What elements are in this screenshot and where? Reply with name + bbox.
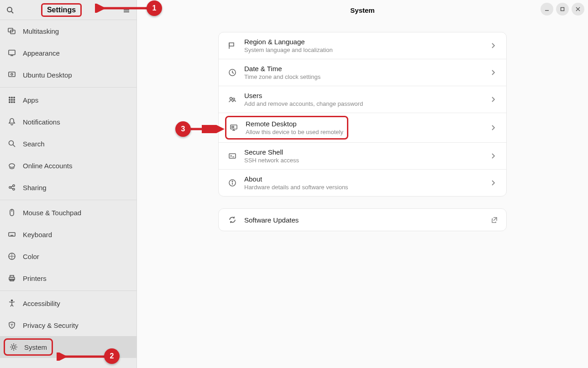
sidebar-item-printers[interactable]: Printers: [0, 267, 136, 289]
maximize-button[interactable]: [556, 3, 569, 16]
sidebar-item-accessibility[interactable]: Accessibility: [0, 292, 136, 314]
svg-line-26: [11, 188, 13, 189]
svg-point-49: [233, 98, 235, 100]
annotation-arrow-1: [95, 4, 150, 13]
sidebar-item-label: System: [24, 343, 47, 351]
appearance-icon: [7, 48, 16, 57]
sidebar-item-sharing[interactable]: Sharing: [0, 176, 136, 198]
sidebar-item-search[interactable]: Search: [0, 133, 136, 155]
printers-icon: [7, 274, 16, 283]
row-title: Region & Language: [244, 38, 484, 46]
sidebar-item-label: Notifications: [23, 118, 60, 126]
sidebar-item-multitasking[interactable]: Multitasking: [0, 20, 136, 42]
svg-point-20: [9, 141, 14, 145]
online-accounts-icon: [7, 161, 16, 170]
sidebar-item-privacy-security[interactable]: Privacy & Security: [0, 314, 136, 336]
svg-point-18: [11, 102, 13, 103]
sidebar-item-notifications[interactable]: Notifications: [0, 111, 136, 133]
svg-rect-42: [561, 8, 564, 11]
svg-rect-45: [229, 43, 234, 46]
sidebar-title: Settings: [41, 3, 82, 17]
svg-point-19: [14, 102, 15, 103]
row-subtitle: Add and remove accounts, change password: [244, 100, 484, 107]
sidebar-item-label: Sharing: [23, 184, 47, 192]
accessibility-icon: [7, 299, 16, 308]
privacy-icon: [7, 321, 16, 330]
chevron-right-icon: [491, 153, 498, 159]
search-icon: [7, 139, 16, 148]
sidebar-item-mouse-touchpad[interactable]: Mouse & Touchpad: [0, 202, 136, 223]
region-icon: [227, 40, 238, 51]
updates-icon: [227, 214, 238, 225]
row-title: Remote Desktop: [246, 120, 343, 128]
svg-point-14: [9, 99, 10, 101]
notifications-icon: [7, 117, 16, 126]
sidebar-item-label: Ubuntu Desktop: [23, 71, 72, 79]
sidebar-item-apps[interactable]: Apps: [0, 89, 136, 111]
annotation-badge-2: 2: [104, 348, 120, 364]
minimize-icon: [545, 7, 549, 11]
svg-rect-9: [9, 72, 15, 77]
sidebar-item-label: Color: [23, 253, 39, 260]
svg-rect-51: [232, 126, 234, 128]
svg-point-38: [11, 300, 13, 301]
svg-point-23: [13, 185, 15, 187]
sidebar-item-keyboard[interactable]: Keyboard: [0, 223, 136, 245]
svg-point-16: [14, 99, 15, 101]
sharing-icon: [7, 183, 16, 192]
multitasking-icon: [7, 26, 16, 36]
page-title: System: [350, 6, 374, 14]
maximize-icon: [560, 7, 565, 11]
list-item-users[interactable]: UsersAdd and remove accounts, change pas…: [219, 86, 506, 113]
svg-point-17: [9, 102, 10, 103]
sidebar-separator: [0, 290, 136, 291]
row-title: Users: [244, 92, 484, 99]
list-item-remote-desktop[interactable]: Remote DesktopAllow this device to be us…: [219, 113, 506, 143]
sidebar-item-color[interactable]: Color: [0, 245, 136, 267]
annotation-arrow-2: [57, 352, 107, 361]
sidebar-item-appearance[interactable]: Appearance: [0, 42, 136, 64]
system-icon: [10, 342, 18, 352]
secure-shell-icon: [227, 150, 238, 161]
svg-point-39: [12, 346, 15, 348]
sidebar-item-label: Search: [23, 140, 45, 148]
svg-rect-54: [229, 154, 236, 158]
sidebar-item-label: Printers: [23, 275, 47, 282]
row-title: About: [244, 175, 484, 183]
chevron-right-icon: [491, 96, 498, 103]
row-subtitle: System language and localization: [244, 47, 484, 53]
chevron-right-icon: [491, 180, 498, 186]
list-item-secure-shell[interactable]: Secure ShellSSH network access: [219, 143, 506, 170]
minimize-button[interactable]: [541, 3, 553, 16]
sidebar-item-label: Apps: [23, 96, 38, 104]
sidebar-item-ubuntu-desktop[interactable]: Ubuntu Desktop: [0, 64, 136, 86]
svg-point-15: [11, 99, 13, 101]
svg-point-48: [230, 98, 232, 100]
svg-line-25: [11, 186, 13, 187]
external-link-icon: [491, 216, 498, 223]
svg-point-57: [232, 181, 233, 182]
remote-desktop-icon: [228, 122, 239, 133]
list-item-about[interactable]: AboutHardware details and software versi…: [219, 170, 506, 196]
users-icon: [227, 94, 238, 105]
close-button[interactable]: [572, 3, 584, 16]
row-subtitle: Time zone and clock settings: [244, 73, 484, 80]
row-title: Date & Time: [244, 65, 484, 73]
list-item-software-updates[interactable]: Software Updates: [219, 209, 506, 231]
list-item-date-time[interactable]: Date & TimeTime zone and clock settings: [219, 59, 506, 86]
datetime-icon: [227, 67, 238, 78]
svg-point-24: [13, 188, 15, 190]
sidebar-item-label: Multitasking: [23, 27, 59, 35]
row-subtitle: Hardware details and software versions: [244, 184, 484, 191]
sidebar-separator: [0, 200, 136, 200]
list-item-region-language[interactable]: Region & LanguageSystem language and loc…: [219, 32, 506, 59]
sidebar-separator: [0, 87, 136, 88]
annotation-badge-1: 1: [147, 0, 162, 16]
svg-point-12: [11, 97, 13, 98]
sidebar-item-online-accounts[interactable]: Online Accounts: [0, 155, 136, 176]
svg-rect-36: [10, 275, 14, 277]
svg-point-10: [11, 73, 13, 75]
row-subtitle: SSH network access: [244, 157, 484, 164]
sidebar-item-label: Mouse & Touchpad: [23, 209, 81, 217]
chevron-right-icon: [491, 69, 498, 76]
